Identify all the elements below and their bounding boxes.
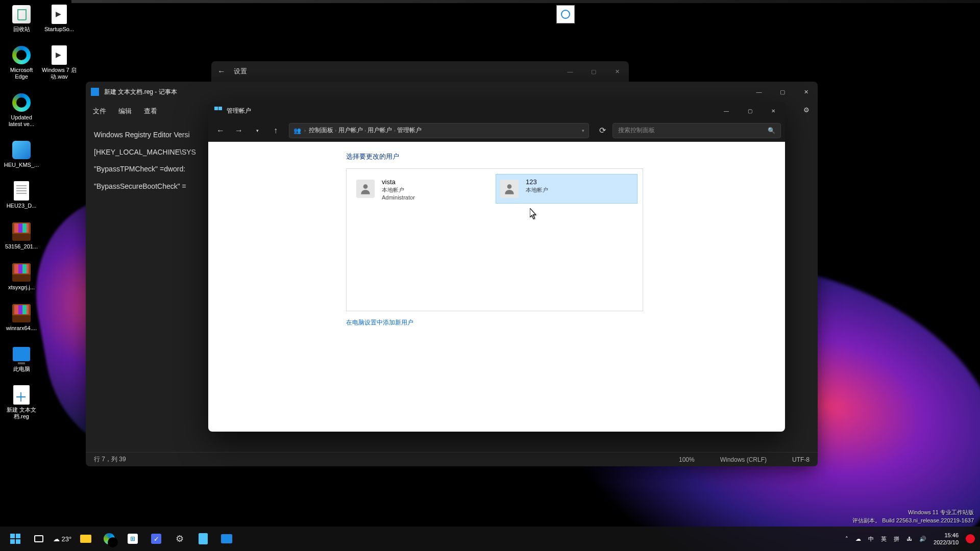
refresh-button[interactable]: ⟳: [594, 123, 610, 138]
ime-mode[interactable]: 拼: [894, 535, 899, 543]
chevron-right-icon: ›: [364, 128, 366, 133]
add-user-link[interactable]: 在电脑设置中添加新用户: [346, 318, 785, 327]
search-icon: 🔍: [768, 127, 775, 134]
desktop-icon-winrarx64[interactable]: winrarx64....: [3, 303, 40, 332]
status-position: 行 7，列 39: [94, 455, 126, 464]
recycle-bin-icon: [12, 5, 31, 23]
taskbar-todo[interactable]: ✓: [146, 529, 166, 549]
nav-forward-button[interactable]: →: [231, 123, 247, 138]
settings-window[interactable]: ← 设置 ― ▢ ✕: [211, 61, 629, 82]
svg-point-0: [363, 184, 368, 189]
taskbar-edge[interactable]: [99, 529, 119, 549]
search-placeholder: 搜索控制面板: [618, 126, 655, 135]
desktop-icon-label: Microsoft Edge: [4, 67, 39, 80]
close-button[interactable]: ✕: [794, 82, 818, 102]
desktop-icon-heu23[interactable]: HEU23_D...: [3, 181, 40, 209]
taskbar-clock[interactable]: 15:46 2022/3/10: [934, 532, 959, 546]
nav-back-button[interactable]: ←: [212, 123, 229, 138]
breadcrumb-item[interactable]: 管理帐户: [397, 127, 422, 134]
desktop-icon-label: xtsyxgrj.j...: [8, 284, 35, 291]
ime-indicator[interactable]: 中: [868, 535, 874, 543]
desktop-icon-recycle-bin[interactable]: 回收站: [3, 4, 40, 33]
desktop-icon-win7-boot[interactable]: Windows 7 启动.wav: [41, 45, 78, 80]
maximize-button[interactable]: ▢: [771, 82, 794, 102]
taskview-button[interactable]: [29, 529, 49, 549]
desktop-icon-heu-kms[interactable]: HEU_KMS_...: [3, 140, 40, 168]
user-card-vista[interactable]: vista本地帐户Administrator: [352, 174, 494, 204]
taskbar-notepad[interactable]: [193, 529, 213, 549]
desktop-icon-label: Updated latest ve...: [4, 114, 39, 128]
taskbar-store[interactable]: ⊞: [122, 529, 143, 549]
menu-view[interactable]: 查看: [144, 107, 157, 116]
edge-icon: [12, 46, 31, 64]
minimize-button[interactable]: ―: [747, 82, 771, 102]
desktop-icon-edge-updated[interactable]: Updated latest ve...: [3, 92, 40, 128]
status-zoom: 100%: [679, 456, 695, 463]
taskbar-settings[interactable]: ⚙: [169, 529, 190, 549]
status-encoding: UTF-8: [792, 456, 810, 463]
menu-file[interactable]: 文件: [93, 107, 106, 116]
tray-volume-icon[interactable]: 🔊: [919, 536, 926, 542]
maximize-button[interactable]: ▢: [582, 61, 605, 82]
desktop-icon-new-reg[interactable]: 新建 文本文档.reg: [3, 385, 40, 420]
close-button[interactable]: ✕: [762, 102, 785, 119]
desktop-icon-this-pc[interactable]: 此电脑: [3, 344, 40, 372]
user-accounts-icon: [214, 107, 223, 115]
tray-network-icon[interactable]: 🖧: [906, 536, 912, 542]
start-button[interactable]: [5, 529, 26, 549]
address-bar[interactable]: 👥 › 控制面板 › 用户帐户 › 用户帐户 › 管理帐户 ▾: [289, 123, 589, 138]
user-list: vista本地帐户Administrator123本地帐户: [346, 168, 643, 311]
taskbar[interactable]: ☁ 23° ⊞ ✓ ⚙ ˄ ☁ 中 英 拼 🖧 🔊 15:46 2022/3/1…: [0, 527, 980, 551]
desktop-icon-startup-sound[interactable]: StartupSo...: [41, 4, 78, 33]
desktop-icon-53156[interactable]: 53156_201...: [3, 221, 40, 250]
53156-icon: [12, 222, 31, 241]
settings-icon[interactable]: ⚙: [803, 106, 810, 114]
new-reg-icon: [13, 385, 30, 405]
taskbar-explorer[interactable]: [76, 529, 96, 549]
tray-chevron-icon[interactable]: ˄: [845, 536, 848, 542]
this-pc-icon: [13, 347, 30, 361]
maximize-button[interactable]: ▢: [738, 102, 762, 119]
breadcrumb-item[interactable]: 控制面板: [309, 127, 333, 134]
desktop-icon-label: 新建 文本文档.reg: [4, 407, 39, 420]
desktop-icon-label: shutdown: [548, 23, 583, 33]
user-name: 123: [526, 178, 548, 186]
taskbar-control-panel[interactable]: [216, 529, 237, 549]
ime-lang[interactable]: 英: [881, 535, 887, 543]
notepad-titlebar[interactable]: 新建 文本文档.reg - 记事本 ― ▢ ✕: [86, 82, 818, 102]
minimize-button[interactable]: ―: [715, 102, 738, 119]
breadcrumb-icon: 👥: [293, 127, 301, 134]
chevron-down-icon[interactable]: ▾: [582, 128, 584, 133]
win7-boot-icon: [52, 45, 67, 65]
heu-kms-icon: [12, 141, 31, 159]
back-button[interactable]: ←: [211, 61, 232, 82]
user-card-123[interactable]: 123本地帐户: [496, 174, 638, 204]
control-panel-window: 管理帐户 ― ▢ ✕ ← → ▾ ↑ 👥 › 控制面板 › 用户帐户 › 用户帐…: [208, 102, 785, 432]
breadcrumb-item[interactable]: 用户帐户: [338, 127, 363, 134]
status-eol: Windows (CRLF): [720, 456, 767, 463]
weather-widget[interactable]: ☁ 23°: [52, 529, 72, 549]
desktop-icon-shutdown[interactable]: shutdown: [547, 5, 584, 33]
user-type: 本地帐户: [526, 186, 548, 194]
cpanel-titlebar[interactable]: 管理帐户 ― ▢ ✕: [208, 102, 785, 119]
startup-sound-icon: [52, 5, 67, 24]
user-name: vista: [382, 178, 415, 186]
desktop-icon-label: Windows 7 启动.wav: [41, 67, 77, 80]
desktop-icon-edge[interactable]: Microsoft Edge: [3, 45, 40, 80]
chevron-right-icon: ›: [304, 128, 306, 133]
shutdown-icon: [556, 5, 575, 23]
minimize-button[interactable]: ―: [558, 61, 582, 82]
desktop-icon-label: HEU23_D...: [7, 203, 37, 209]
search-input[interactable]: 搜索控制面板 🔍: [612, 123, 781, 138]
xtsyxgrj-icon: [12, 263, 31, 282]
nav-up-button[interactable]: ↑: [267, 123, 284, 138]
avatar-icon: [356, 180, 375, 198]
tray-onedrive-icon[interactable]: ☁: [855, 536, 861, 542]
breadcrumb-item[interactable]: 用户帐户: [368, 127, 392, 134]
notification-badge[interactable]: [966, 534, 975, 543]
close-button[interactable]: ✕: [605, 61, 629, 82]
desktop-icon-xtsyxgrj[interactable]: xtsyxgrj.j...: [3, 262, 40, 291]
nav-history-button[interactable]: ▾: [249, 123, 265, 138]
cpanel-body: 选择要更改的用户 vista本地帐户Administrator123本地帐户 在…: [208, 142, 785, 432]
menu-edit[interactable]: 编辑: [118, 107, 132, 116]
